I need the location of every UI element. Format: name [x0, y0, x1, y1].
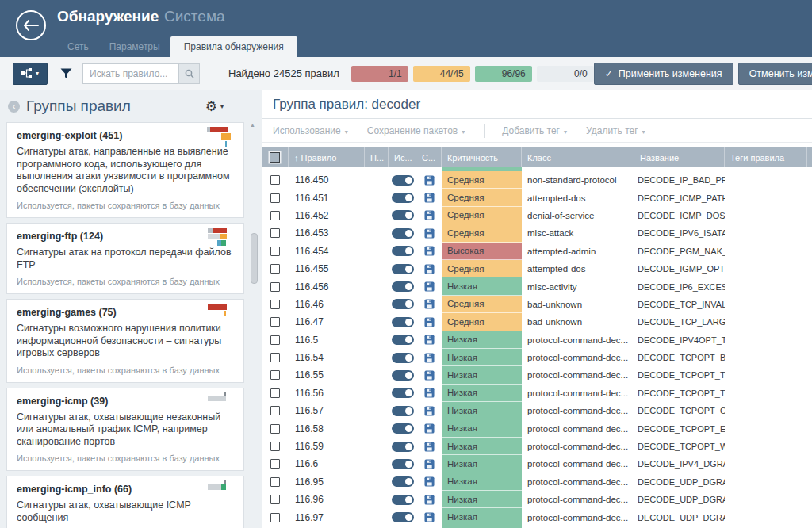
usage-toggle-on[interactable] — [392, 335, 414, 345]
table-row[interactable]: 116.456Низкаяmisc-activityDECODE_IP6_EXC… — [262, 277, 812, 295]
row-checkbox[interactable] — [270, 247, 280, 256]
column-header-3[interactable]: Ис... — [389, 147, 416, 167]
rule-group-card[interactable]: emerging-ftp (124)Сигнатуры атак на прот… — [6, 223, 244, 294]
table-row[interactable]: 116.451Средняяattempted-dosDECODE_ICMP_P… — [262, 189, 812, 206]
save-packets-icon[interactable] — [424, 175, 435, 186]
usage-toggle-on[interactable] — [392, 175, 414, 186]
column-header-8[interactable]: Теги правила — [725, 147, 807, 167]
usage-toggle-on[interactable] — [392, 281, 414, 292]
view-mode-button[interactable]: ▾ — [13, 63, 48, 85]
table-row[interactable]: 116.57Низкаяprotocol-command-dec...DECOD… — [262, 402, 812, 419]
row-checkbox[interactable] — [270, 513, 280, 522]
save-packets-icon[interactable] — [424, 495, 435, 505]
table-row[interactable]: 116.59Низкаяprotocol-command-dec...DECOD… — [262, 438, 812, 455]
save-packets-icon[interactable] — [424, 281, 435, 292]
usage-toggle-on[interactable] — [392, 228, 414, 239]
usage-toggle-on[interactable] — [392, 317, 414, 327]
tab-2[interactable]: Правила обнаружения — [170, 36, 297, 57]
usage-toggle-on[interactable] — [392, 442, 414, 452]
table-row[interactable]: 116.55Низкаяprotocol-command-dec...DECOD… — [262, 366, 812, 384]
rule-group-card[interactable]: emerging-icmp (39)Сигнатуры атак, охваты… — [6, 388, 244, 472]
row-checkbox[interactable] — [270, 228, 280, 238]
column-header-7[interactable]: Название — [634, 147, 725, 167]
menu-system[interactable]: Система — [164, 8, 225, 25]
usage-toggle-on[interactable] — [392, 512, 414, 522]
table-row[interactable]: 116.455Средняяattempted-dosDECODE_IGMP_O… — [262, 260, 812, 277]
row-checkbox[interactable] — [270, 388, 280, 398]
column-header-2[interactable]: П... — [365, 147, 389, 167]
sidebar-scrollbar[interactable] — [251, 233, 258, 284]
tab-0[interactable]: Сеть — [57, 36, 99, 57]
row-checkbox[interactable] — [270, 193, 280, 203]
tab-1[interactable]: Параметры — [99, 36, 170, 57]
search-input[interactable] — [83, 64, 178, 83]
usage-toggle-on[interactable] — [392, 495, 414, 505]
usage-toggle-on[interactable] — [392, 299, 414, 309]
usage-toggle-on[interactable] — [392, 193, 414, 203]
table-row[interactable]: 116.96Низкаяprotocol-command-dec...DECOD… — [262, 491, 812, 508]
save-packets-icon[interactable] — [424, 423, 435, 434]
row-checkbox[interactable] — [270, 264, 280, 274]
filter-button[interactable] — [60, 68, 72, 79]
table-row[interactable]: 116.54Низкаяprotocol-command-dec...DECOD… — [262, 349, 812, 366]
save-packets-icon[interactable] — [424, 264, 435, 274]
usage-toggle-on[interactable] — [392, 210, 414, 220]
row-checkbox[interactable] — [270, 282, 280, 292]
search-submit-button[interactable] — [178, 64, 199, 83]
usage-toggle-on[interactable] — [392, 370, 414, 381]
save-packets-icon[interactable] — [424, 335, 435, 345]
rule-group-card[interactable]: emerging-games (75)Сигнатуры возможного … — [6, 299, 244, 383]
save-packets-icon[interactable] — [424, 299, 435, 309]
column-header-1[interactable]: ↑ Правило — [289, 147, 365, 167]
column-header-4[interactable]: С... — [416, 147, 442, 167]
column-header-5[interactable]: Критичность — [442, 147, 522, 167]
save-packets-icon[interactable] — [424, 228, 435, 239]
row-checkbox[interactable] — [270, 317, 280, 327]
table-row[interactable]: 116.47Средняяbad-unknownDECODE_TCP_LARGE… — [262, 313, 812, 331]
table-row[interactable]: 116.56Низкаяprotocol-command-dec...DECOD… — [262, 385, 812, 402]
save-packets-icon[interactable] — [424, 512, 435, 522]
table-row[interactable]: 116.46Средняяbad-unknownDECODE_TCP_INVAL… — [262, 296, 812, 313]
save-packets-icon[interactable] — [424, 459, 435, 469]
scroll-up-icon[interactable]: ▲ — [250, 122, 255, 128]
save-packets-icon[interactable] — [424, 442, 435, 452]
row-checkbox[interactable] — [270, 370, 280, 380]
row-checkbox[interactable] — [270, 300, 280, 309]
column-header-0[interactable] — [262, 147, 289, 167]
usage-toggle-on[interactable] — [392, 246, 414, 256]
action-dropdown-1[interactable]: Сохранение пакетов▾ — [367, 125, 465, 136]
save-packets-icon[interactable] — [424, 406, 435, 416]
usage-toggle-on[interactable] — [392, 388, 414, 398]
save-packets-icon[interactable] — [424, 476, 435, 487]
select-all-checkbox[interactable] — [270, 152, 280, 163]
usage-toggle-on[interactable] — [392, 459, 414, 469]
usage-toggle-on[interactable] — [392, 264, 414, 274]
row-checkbox[interactable] — [270, 353, 280, 362]
row-checkbox[interactable] — [270, 459, 280, 469]
row-checkbox[interactable] — [270, 495, 280, 504]
table-row[interactable]: 116.6Низкаяprotocol-command-dec...DECODE… — [262, 455, 812, 473]
usage-toggle-on[interactable] — [392, 406, 414, 416]
save-packets-icon[interactable] — [424, 388, 435, 398]
row-checkbox[interactable] — [270, 406, 280, 415]
row-checkbox[interactable] — [270, 442, 280, 451]
rule-group-card[interactable]: emerging-exploit (451)Сигнатуры атак, на… — [6, 122, 244, 218]
row-checkbox[interactable] — [270, 211, 280, 220]
table-row[interactable]: 116.453Средняяmisc-attackDECODE_IPV6_ISA… — [262, 224, 812, 242]
usage-toggle-on[interactable] — [392, 353, 414, 363]
column-header-6[interactable]: Класс — [522, 147, 634, 167]
save-packets-icon[interactable] — [424, 193, 435, 203]
collapse-panel-button[interactable]: ‹ — [8, 101, 20, 113]
save-packets-icon[interactable] — [424, 317, 435, 327]
apply-changes-button[interactable]: ✓ Применить изменения — [594, 63, 733, 85]
table-row[interactable]: 116.58Низкаяprotocol-command-dec...DECOD… — [262, 419, 812, 437]
usage-toggle-on[interactable] — [392, 423, 414, 434]
row-checkbox[interactable] — [270, 477, 280, 487]
table-row[interactable]: 116.97Низкаяprotocol-command-dec...DECOD… — [262, 508, 812, 526]
action-dropdown-2[interactable]: Добавить тег▾ — [502, 125, 567, 136]
row-checkbox[interactable] — [270, 424, 280, 434]
action-dropdown-3[interactable]: Удалить тег▾ — [586, 125, 645, 136]
table-row[interactable]: 116.454Высокаяattempted-adminDECODE_PGM_… — [262, 243, 812, 260]
save-packets-icon[interactable] — [424, 353, 435, 363]
save-packets-icon[interactable] — [424, 210, 435, 220]
